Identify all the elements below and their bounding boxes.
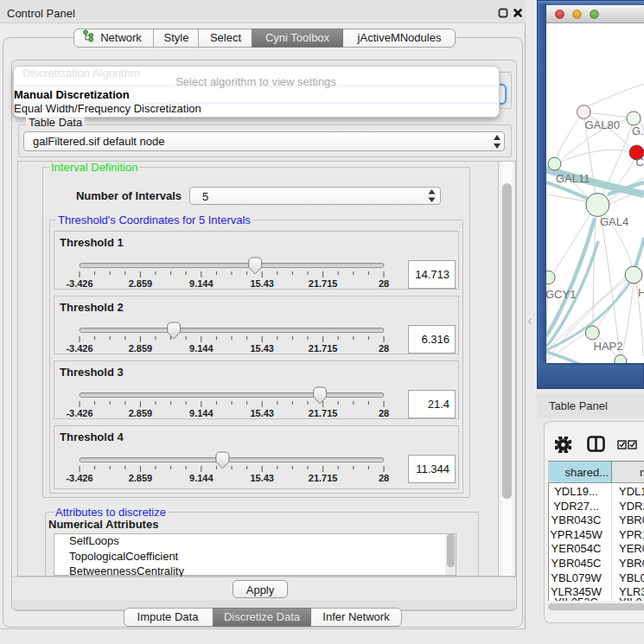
svg-text:15.43: 15.43: [250, 473, 274, 483]
svg-text:-3.426: -3.426: [66, 473, 92, 483]
svg-text:2.859: 2.859: [129, 278, 153, 289]
svg-text:21.715: 21.715: [309, 408, 338, 418]
svg-text:GCY1: GCY1: [546, 288, 576, 301]
svg-text:-3.426: -3.426: [66, 278, 92, 289]
svg-text:GAL80: GAL80: [585, 118, 620, 131]
svg-text:15.43: 15.43: [250, 408, 274, 418]
svg-text:2.859: 2.859: [129, 408, 153, 418]
svg-text:9.144: 9.144: [189, 278, 214, 289]
svg-text:9.144: 9.144: [189, 473, 214, 483]
svg-text:9.144: 9.144: [189, 343, 214, 354]
svg-text:21.715: 21.715: [309, 473, 338, 483]
svg-text:15.43: 15.43: [250, 343, 274, 354]
svg-text:2.859: 2.859: [129, 473, 153, 483]
svg-text:21.715: 21.715: [309, 343, 338, 354]
svg-text:28: 28: [379, 343, 389, 354]
svg-text:C: C: [636, 156, 644, 169]
svg-text:28: 28: [379, 408, 389, 418]
svg-text:15.43: 15.43: [250, 278, 274, 289]
svg-text:G.: G.: [632, 124, 644, 137]
svg-text:28: 28: [379, 278, 389, 289]
svg-text:H: H: [638, 286, 644, 299]
svg-text:HAP2: HAP2: [594, 340, 623, 353]
svg-text:GAL4: GAL4: [600, 215, 628, 228]
svg-text:9.144: 9.144: [189, 408, 214, 418]
svg-text:GAL11: GAL11: [556, 172, 590, 185]
svg-text:21.715: 21.715: [309, 278, 338, 289]
svg-text:2.859: 2.859: [129, 343, 153, 354]
svg-text:28: 28: [379, 473, 389, 483]
svg-text:-3.426: -3.426: [66, 343, 92, 354]
svg-text:-3.426: -3.426: [66, 408, 92, 418]
